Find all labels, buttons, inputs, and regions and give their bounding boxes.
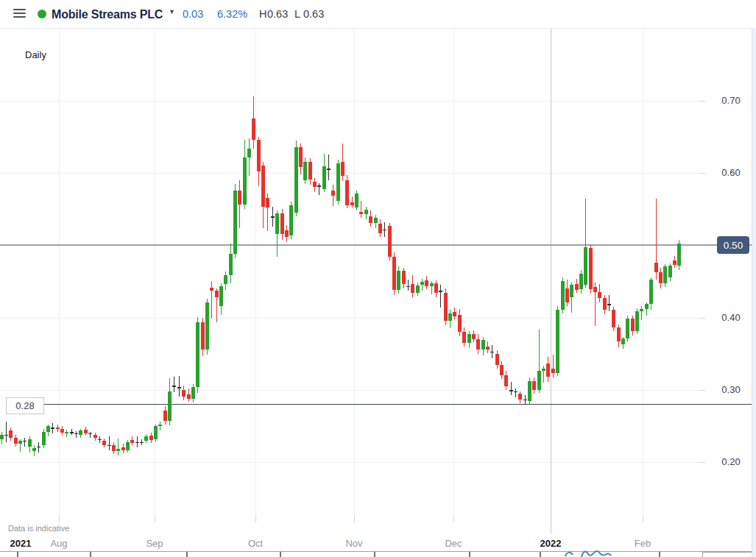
candle	[617, 327, 621, 342]
candle	[14, 438, 18, 444]
candle	[546, 363, 550, 377]
candle	[406, 286, 410, 288]
candle	[663, 266, 667, 283]
candle	[654, 263, 658, 272]
candle	[514, 391, 517, 393]
candle	[4, 435, 8, 436]
candle	[631, 319, 635, 332]
candle	[556, 310, 559, 374]
candle	[60, 429, 64, 433]
candle	[313, 182, 317, 187]
candle	[79, 430, 82, 435]
candle	[261, 166, 265, 207]
candle	[589, 248, 593, 289]
blue-scribble-icon	[559, 549, 618, 557]
candle	[243, 157, 247, 205]
candle	[135, 442, 139, 444]
candle	[425, 280, 428, 286]
candle	[70, 432, 74, 433]
candle	[598, 292, 601, 298]
candle	[229, 254, 233, 275]
candle	[219, 286, 223, 307]
candle	[677, 244, 681, 266]
candle	[98, 439, 102, 441]
candle	[191, 387, 195, 399]
menu-icon[interactable]	[13, 9, 26, 18]
candle	[336, 163, 340, 201]
candle	[411, 284, 414, 294]
candle	[626, 319, 629, 339]
candle	[303, 162, 307, 181]
candle	[144, 436, 148, 441]
candle	[439, 291, 442, 292]
candle	[607, 304, 611, 305]
market-status-dot-icon	[38, 10, 46, 18]
candle	[378, 224, 382, 233]
candle	[434, 283, 438, 294]
candle	[345, 180, 349, 205]
candle	[322, 166, 326, 189]
candle	[374, 218, 378, 223]
candle	[28, 439, 32, 447]
candle	[532, 381, 536, 390]
candle	[575, 284, 579, 290]
candle	[645, 304, 649, 309]
candle	[388, 226, 392, 257]
chevron-down-icon[interactable]: ▼	[169, 8, 175, 15]
high-label: H	[259, 8, 266, 20]
candle	[37, 447, 40, 448]
candle	[317, 185, 321, 187]
candle	[579, 274, 583, 290]
candle	[196, 322, 199, 387]
candle	[565, 288, 569, 303]
candle	[23, 441, 27, 442]
candle	[65, 432, 68, 433]
candle	[289, 205, 293, 235]
candle	[187, 394, 191, 399]
candle	[462, 332, 466, 343]
candle	[257, 140, 261, 171]
candle	[621, 338, 625, 344]
candle	[140, 442, 144, 444]
candle	[490, 352, 494, 353]
candlestick-chart[interactable]	[0, 0, 756, 557]
candle	[355, 194, 358, 208]
candle	[275, 213, 279, 234]
candle	[444, 293, 448, 320]
candle	[430, 283, 434, 286]
candle	[247, 149, 251, 157]
candle	[458, 315, 462, 333]
candle	[210, 288, 213, 291]
candle	[56, 427, 60, 429]
candle	[158, 425, 162, 426]
candle	[107, 445, 111, 447]
candle	[495, 354, 499, 365]
candle	[299, 147, 303, 168]
candle	[383, 230, 386, 231]
candle	[42, 432, 46, 445]
candle	[271, 216, 275, 218]
candle	[448, 313, 452, 321]
candle	[168, 391, 172, 421]
candle	[130, 440, 134, 443]
candle	[416, 285, 420, 294]
candle	[593, 287, 597, 293]
candle	[551, 369, 555, 374]
candle	[649, 280, 653, 304]
candle	[561, 281, 565, 310]
candle	[640, 309, 643, 311]
candle	[88, 433, 92, 435]
candle	[308, 162, 312, 180]
candle	[331, 191, 335, 196]
candle	[285, 230, 289, 237]
candle	[481, 340, 485, 350]
candle	[528, 381, 531, 401]
quote-header: Mobile Streams PLC ▼ 0.03 6.32% H 0.63 L…	[0, 0, 756, 28]
candle	[420, 282, 424, 285]
candle	[500, 365, 504, 376]
price-change-percent: 6.32%	[217, 8, 247, 20]
candle	[0, 435, 4, 439]
symbol-title[interactable]: Mobile Streams PLC	[52, 8, 163, 21]
candle	[542, 369, 545, 372]
candle	[364, 210, 368, 214]
